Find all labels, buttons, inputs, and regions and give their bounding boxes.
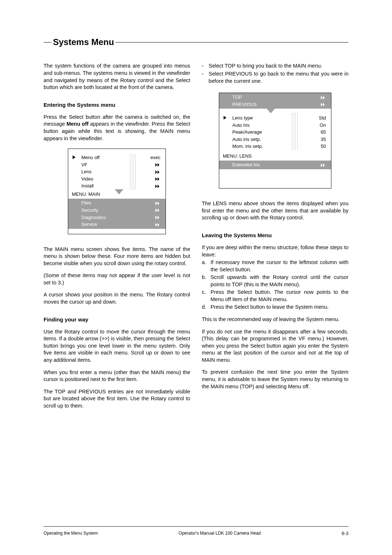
submenu-arrow-icon xyxy=(318,162,326,168)
menu-row-hidden: Extended Iris xyxy=(219,161,331,169)
leaving-intro: If you are deep within the menu structur… xyxy=(202,244,348,258)
list-item: c.Press the Select button. The cursor no… xyxy=(202,289,348,303)
section-title-row: Systems Menu xyxy=(44,36,348,48)
scroll-down-indicator-icon xyxy=(115,189,123,194)
svg-marker-17 xyxy=(321,96,323,100)
entering-paragraph: Press the Select button after the camera… xyxy=(44,114,190,142)
finding-p1: Use the Rotary control to move the curso… xyxy=(44,328,190,364)
rule-left xyxy=(44,42,52,42)
menu-row-hidden: Diagnostics xyxy=(68,214,166,221)
list-item: b.Scroll upwards with the Rotary control… xyxy=(202,274,348,288)
svg-marker-0 xyxy=(73,155,75,159)
menu-row: Auto iris setp. 35 xyxy=(219,136,331,143)
submenu-arrow-icon xyxy=(318,94,326,100)
leaving-p2: If you do not use the menu it disappears… xyxy=(202,328,348,364)
menu-row-hidden: Service xyxy=(68,221,166,228)
finding-p3: The TOP and PREVIOUS entries are not imm… xyxy=(44,388,190,410)
svg-marker-19 xyxy=(321,103,323,106)
menu-row: VF xyxy=(68,161,166,169)
svg-marker-7 xyxy=(155,185,157,188)
main-desc-1: The MAIN menu screen shows five items. T… xyxy=(44,246,190,267)
svg-marker-15 xyxy=(155,223,157,227)
submenu-arrow-icon xyxy=(152,207,160,213)
svg-marker-4 xyxy=(158,170,159,174)
menu-row: Peak/Average 65 xyxy=(219,129,331,136)
lens-menu-diagram: TOP PREVIOUS Lens type xyxy=(219,93,331,189)
menu-row: Menu off exec xyxy=(68,154,166,161)
left-column: The system functions of the camera are g… xyxy=(44,62,190,414)
svg-marker-2 xyxy=(158,163,159,167)
leaving-p1: This is the recommended way of leaving t… xyxy=(202,316,348,323)
list-item_s: d.Press the Select button to leave the S… xyxy=(202,304,348,311)
svg-marker-8 xyxy=(158,185,159,188)
list-item: Select PREVIOUS to go back to the menu t… xyxy=(202,70,348,85)
svg-marker-3 xyxy=(155,170,157,174)
main-desc-2: (Some of these items may not appear if t… xyxy=(44,272,190,286)
submenu-arrow-icon xyxy=(152,176,160,182)
svg-marker-14 xyxy=(158,216,159,219)
svg-marker-22 xyxy=(321,163,323,167)
main-menu-diagram: Menu off exec VF Lens Video Install xyxy=(68,149,166,234)
svg-marker-1 xyxy=(155,163,157,167)
submenu-arrow-icon xyxy=(152,215,160,220)
svg-marker-21 xyxy=(224,116,226,119)
intro-paragraph: The system functions of the camera are g… xyxy=(44,62,190,91)
leaving-steps: a.If necessary move the cursor to the le… xyxy=(202,259,348,311)
svg-marker-10 xyxy=(158,202,159,205)
svg-marker-23 xyxy=(323,163,325,167)
menu-row: Mom. iris setp. 50 xyxy=(219,143,331,150)
submenu-arrow-icon xyxy=(152,200,160,206)
menu-row: Lens xyxy=(68,168,166,175)
menu-title-label: MENU: LENS xyxy=(219,150,331,161)
rule-right xyxy=(115,42,348,42)
menu-row: Install xyxy=(68,182,166,190)
svg-marker-13 xyxy=(155,216,157,219)
cursor-pointer-icon xyxy=(73,154,75,161)
submenu-arrow-icon xyxy=(152,162,160,167)
menu-title-label: MENU: MAIN xyxy=(68,190,166,199)
scroll-indicator-icon xyxy=(266,108,275,113)
right-column: Select TOP to bring you back to the MAIN… xyxy=(202,62,348,414)
list-item: a.If necessary move the cursor to the le… xyxy=(202,259,348,273)
footer-doc-title: Operator's Manual LDK 100 Camera Head xyxy=(179,530,261,537)
heading-entering: Entering the Systems menu xyxy=(44,101,190,109)
submenu-arrow-icon xyxy=(152,183,160,189)
submenu-arrow-icon xyxy=(152,169,160,175)
footer-section: Operating the Menu System xyxy=(44,530,98,537)
nav-list: Select TOP to bring you back to the MAIN… xyxy=(202,62,348,85)
menu-row: Auto Iris On xyxy=(219,122,331,129)
svg-marker-12 xyxy=(158,208,159,212)
menu-row-hidden: PREVIOUS xyxy=(219,101,331,108)
footer-page-number: 6-3 xyxy=(342,530,348,537)
section-title: Systems Menu xyxy=(53,36,114,48)
cursor-pointer-icon xyxy=(224,115,226,121)
menu-row-hidden: TOP xyxy=(219,94,331,101)
heading-leaving: Leaving the Systems Menu xyxy=(202,232,348,239)
submenu-arrow-icon xyxy=(152,222,160,227)
svg-marker-6 xyxy=(158,177,159,181)
menu-row: Video xyxy=(68,175,166,183)
svg-marker-9 xyxy=(155,202,157,205)
svg-marker-11 xyxy=(155,208,157,212)
menu-row: Lens type Std xyxy=(219,114,331,122)
menu-row-hidden: Security xyxy=(68,207,166,214)
main-desc-3: A cursor shows your position in the menu… xyxy=(44,291,190,305)
svg-marker-16 xyxy=(158,223,159,227)
page-footer: Operating the Menu System Operator's Man… xyxy=(44,526,348,537)
list-item: Select TOP to bring you back to the MAIN… xyxy=(202,62,348,70)
lens-desc: The LENS menu above shows the items disp… xyxy=(202,200,348,222)
menu-row-hidden: Files xyxy=(68,199,166,207)
svg-marker-18 xyxy=(323,96,325,100)
svg-marker-5 xyxy=(155,177,157,181)
submenu-arrow-icon xyxy=(318,102,326,107)
leaving-p3: To prevent confusion the next time you e… xyxy=(202,369,348,390)
svg-marker-20 xyxy=(323,103,325,106)
heading-finding: Finding your way xyxy=(44,316,190,323)
finding-p2: When you first enter a menu (other than … xyxy=(44,369,190,383)
